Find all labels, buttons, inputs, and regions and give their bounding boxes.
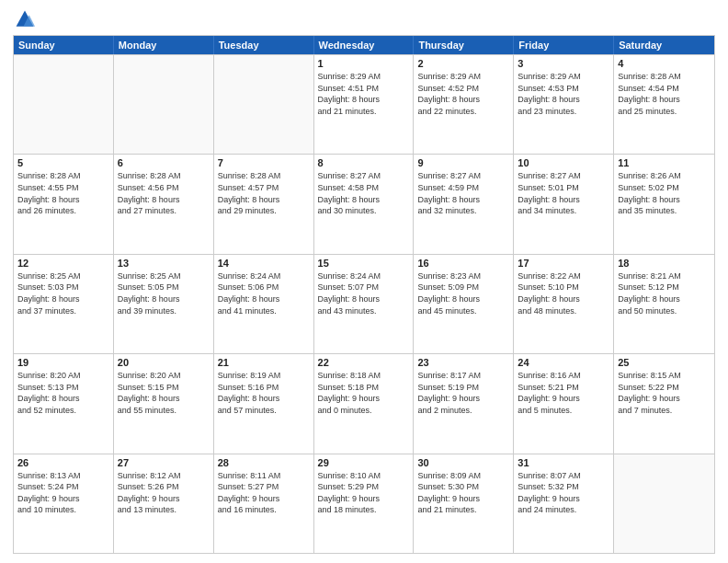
day-number: 17 [518,258,609,269]
day-number: 15 [318,258,410,269]
weekday-header: Saturday [614,36,714,54]
day-info: Sunrise: 8:27 AM Sunset: 4:59 PM Dayligh… [417,170,509,216]
day-info: Sunrise: 8:29 AM Sunset: 4:51 PM Dayligh… [318,71,410,117]
day-info: Sunrise: 8:25 AM Sunset: 5:03 PM Dayligh… [17,270,109,316]
calendar-cell: 8Sunrise: 8:27 AM Sunset: 4:58 PM Daylig… [314,155,415,253]
day-info: Sunrise: 8:27 AM Sunset: 5:01 PM Dayligh… [518,170,609,216]
calendar-cell: 25Sunrise: 8:15 AM Sunset: 5:22 PM Dayli… [614,354,714,453]
day-number: 21 [218,357,310,368]
day-number: 26 [17,457,109,468]
weekday-header: Monday [114,36,214,54]
day-info: Sunrise: 8:11 AM Sunset: 5:27 PM Dayligh… [218,470,310,516]
day-number: 10 [518,157,609,168]
calendar-cell: 20Sunrise: 8:20 AM Sunset: 5:15 PM Dayli… [114,354,214,453]
calendar-body: 1Sunrise: 8:29 AM Sunset: 4:51 PM Daylig… [14,54,714,553]
day-number: 11 [618,157,711,168]
day-number: 24 [518,357,609,368]
calendar-cell: 13Sunrise: 8:25 AM Sunset: 5:05 PM Dayli… [114,255,214,353]
weekday-header: Friday [514,36,614,54]
day-number: 2 [417,58,509,69]
calendar-cell [214,55,314,154]
calendar-row: 26Sunrise: 8:13 AM Sunset: 5:24 PM Dayli… [14,454,714,553]
calendar-cell: 10Sunrise: 8:27 AM Sunset: 5:01 PM Dayli… [514,155,614,253]
day-info: Sunrise: 8:17 AM Sunset: 5:19 PM Dayligh… [417,370,509,416]
day-number: 16 [417,258,509,269]
calendar-cell: 24Sunrise: 8:16 AM Sunset: 5:21 PM Dayli… [514,354,614,453]
day-number: 7 [218,157,310,168]
day-info: Sunrise: 8:28 AM Sunset: 4:56 PM Dayligh… [118,170,210,216]
day-number: 20 [118,357,210,368]
calendar: SundayMondayTuesdayWednesdayThursdayFrid… [13,35,715,554]
calendar-header: SundayMondayTuesdayWednesdayThursdayFrid… [14,36,714,54]
day-number: 12 [17,258,109,269]
day-info: Sunrise: 8:07 AM Sunset: 5:32 PM Dayligh… [518,470,609,516]
day-info: Sunrise: 8:28 AM Sunset: 4:54 PM Dayligh… [618,71,711,117]
day-info: Sunrise: 8:20 AM Sunset: 5:13 PM Dayligh… [17,370,109,416]
calendar-cell: 1Sunrise: 8:29 AM Sunset: 4:51 PM Daylig… [314,55,415,154]
weekday-header: Sunday [14,36,114,54]
day-number: 6 [118,157,210,168]
day-number: 4 [618,58,711,69]
calendar-cell: 19Sunrise: 8:20 AM Sunset: 5:13 PM Dayli… [14,354,114,453]
logo [13,13,35,29]
day-number: 30 [417,457,509,468]
calendar-row: 1Sunrise: 8:29 AM Sunset: 4:51 PM Daylig… [14,54,714,154]
day-info: Sunrise: 8:23 AM Sunset: 5:09 PM Dayligh… [417,270,509,316]
calendar-cell: 4Sunrise: 8:28 AM Sunset: 4:54 PM Daylig… [614,55,714,154]
calendar-cell [614,454,714,553]
day-info: Sunrise: 8:27 AM Sunset: 4:58 PM Dayligh… [318,170,410,216]
day-info: Sunrise: 8:15 AM Sunset: 5:22 PM Dayligh… [618,370,711,416]
calendar-cell: 5Sunrise: 8:28 AM Sunset: 4:55 PM Daylig… [14,155,114,253]
calendar-cell: 15Sunrise: 8:24 AM Sunset: 5:07 PM Dayli… [314,255,415,353]
calendar-cell: 11Sunrise: 8:26 AM Sunset: 5:02 PM Dayli… [614,155,714,253]
day-number: 31 [518,457,609,468]
day-info: Sunrise: 8:16 AM Sunset: 5:21 PM Dayligh… [518,370,609,416]
calendar-cell: 17Sunrise: 8:22 AM Sunset: 5:10 PM Dayli… [514,255,614,353]
day-number: 1 [318,58,410,69]
day-info: Sunrise: 8:25 AM Sunset: 5:05 PM Dayligh… [118,270,210,316]
calendar-cell: 3Sunrise: 8:29 AM Sunset: 4:53 PM Daylig… [514,55,614,154]
day-info: Sunrise: 8:29 AM Sunset: 4:52 PM Dayligh… [417,71,509,117]
weekday-header: Thursday [414,36,514,54]
calendar-cell: 16Sunrise: 8:23 AM Sunset: 5:09 PM Dayli… [414,255,514,353]
day-info: Sunrise: 8:29 AM Sunset: 4:53 PM Dayligh… [518,71,609,117]
calendar-cell: 6Sunrise: 8:28 AM Sunset: 4:56 PM Daylig… [114,155,214,253]
day-number: 9 [417,157,509,168]
calendar-row: 12Sunrise: 8:25 AM Sunset: 5:03 PM Dayli… [14,254,714,353]
day-number: 13 [118,258,210,269]
calendar-cell: 22Sunrise: 8:18 AM Sunset: 5:18 PM Dayli… [314,354,415,453]
day-number: 25 [618,357,711,368]
day-info: Sunrise: 8:24 AM Sunset: 5:07 PM Dayligh… [318,270,410,316]
calendar-cell: 7Sunrise: 8:28 AM Sunset: 4:57 PM Daylig… [214,155,314,253]
day-number: 22 [318,357,410,368]
calendar-cell: 26Sunrise: 8:13 AM Sunset: 5:24 PM Dayli… [14,454,114,553]
day-number: 27 [118,457,210,468]
calendar-cell: 28Sunrise: 8:11 AM Sunset: 5:27 PM Dayli… [214,454,314,553]
calendar-cell [114,55,214,154]
day-info: Sunrise: 8:20 AM Sunset: 5:15 PM Dayligh… [118,370,210,416]
calendar-cell: 31Sunrise: 8:07 AM Sunset: 5:32 PM Dayli… [514,454,614,553]
calendar-cell: 2Sunrise: 8:29 AM Sunset: 4:52 PM Daylig… [414,55,514,154]
day-info: Sunrise: 8:09 AM Sunset: 5:30 PM Dayligh… [417,470,509,516]
calendar-cell: 27Sunrise: 8:12 AM Sunset: 5:26 PM Dayli… [114,454,214,553]
day-number: 3 [518,58,609,69]
calendar-cell: 18Sunrise: 8:21 AM Sunset: 5:12 PM Dayli… [614,255,714,353]
day-info: Sunrise: 8:10 AM Sunset: 5:29 PM Dayligh… [318,470,410,516]
day-number: 8 [318,157,410,168]
calendar-row: 19Sunrise: 8:20 AM Sunset: 5:13 PM Dayli… [14,353,714,453]
day-info: Sunrise: 8:12 AM Sunset: 5:26 PM Dayligh… [118,470,210,516]
day-number: 19 [17,357,109,368]
day-number: 5 [17,157,109,168]
day-info: Sunrise: 8:24 AM Sunset: 5:06 PM Dayligh… [218,270,310,316]
calendar-cell: 9Sunrise: 8:27 AM Sunset: 4:59 PM Daylig… [414,155,514,253]
day-info: Sunrise: 8:21 AM Sunset: 5:12 PM Dayligh… [618,270,711,316]
day-info: Sunrise: 8:13 AM Sunset: 5:24 PM Dayligh… [17,470,109,516]
calendar-cell: 23Sunrise: 8:17 AM Sunset: 5:19 PM Dayli… [414,354,514,453]
page: SundayMondayTuesdayWednesdayThursdayFrid… [0,0,728,563]
day-info: Sunrise: 8:18 AM Sunset: 5:18 PM Dayligh… [318,370,410,416]
day-number: 29 [318,457,410,468]
calendar-cell: 29Sunrise: 8:10 AM Sunset: 5:29 PM Dayli… [314,454,415,553]
day-number: 18 [618,258,711,269]
calendar-cell: 30Sunrise: 8:09 AM Sunset: 5:30 PM Dayli… [414,454,514,553]
weekday-header: Wednesday [314,36,415,54]
